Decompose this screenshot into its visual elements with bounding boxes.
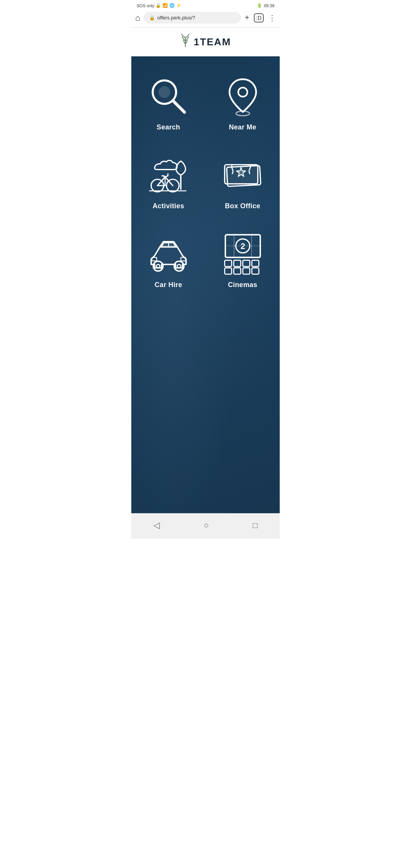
svg-point-3 xyxy=(238,88,247,97)
battery-icon: 🔋 xyxy=(257,3,262,8)
logo-icon xyxy=(180,34,191,50)
browser-home-button[interactable]: ⌂ xyxy=(135,13,140,23)
car-icon xyxy=(148,233,190,275)
bottom-nav: ◁ ○ □ xyxy=(131,513,280,539)
recent-apps-button[interactable]: □ xyxy=(245,518,265,533)
search-label: Search xyxy=(157,123,180,131)
usb-icon: ⚡ xyxy=(176,3,182,8)
ticket-star-icon xyxy=(222,154,264,196)
svg-point-2 xyxy=(158,86,170,98)
status-right: 🔋 09:38 xyxy=(257,3,274,8)
new-tab-button[interactable]: + xyxy=(245,13,249,22)
back-button[interactable]: ◁ xyxy=(146,518,167,533)
svg-rect-34 xyxy=(234,260,241,267)
bike-nature-icon xyxy=(148,154,190,196)
status-bar: SOS only 🔒 📶 🌐 ⚡ 🔋 09:38 xyxy=(131,0,280,10)
svg-point-24 xyxy=(177,265,180,268)
cinema-icon: 2 xyxy=(222,233,264,275)
box-office-label: Box Office xyxy=(225,202,260,210)
menu-item-activities[interactable]: Activities xyxy=(131,143,206,222)
url-bar[interactable]: 🔒 offers.perk.plus/? xyxy=(144,12,241,24)
location-pin-icon xyxy=(222,75,264,117)
svg-rect-38 xyxy=(234,268,241,274)
wifi-icon: 📶 xyxy=(162,3,168,8)
main-content: Search Near Me xyxy=(131,56,280,513)
url-lock-icon: 🔒 xyxy=(149,15,155,21)
svg-rect-39 xyxy=(243,268,250,274)
search-icon xyxy=(148,75,190,117)
menu-item-search[interactable]: Search xyxy=(131,64,206,143)
menu-item-box-office[interactable]: Box Office xyxy=(206,143,280,222)
svg-text:2: 2 xyxy=(240,241,245,251)
url-text: offers.perk.plus/? xyxy=(157,15,195,21)
site-header: 1TEAM xyxy=(131,28,280,56)
menu-item-car-hire[interactable]: Car Hire xyxy=(131,222,206,300)
svg-rect-35 xyxy=(243,260,250,267)
logo-text: 1TEAM xyxy=(194,36,231,48)
car-hire-label: Car Hire xyxy=(155,281,182,289)
status-left: SOS only 🔒 📶 🌐 ⚡ xyxy=(137,3,182,8)
home-button[interactable]: ○ xyxy=(196,518,216,533)
svg-rect-36 xyxy=(252,260,258,267)
svg-rect-40 xyxy=(252,268,258,274)
menu-item-cinemas[interactable]: 2 Cinemas xyxy=(206,222,280,300)
svg-line-1 xyxy=(174,101,185,112)
logo: 1TEAM xyxy=(180,34,231,50)
globe-icon: 🌐 xyxy=(169,3,175,8)
near-me-label: Near Me xyxy=(229,123,256,131)
menu-item-near-me[interactable]: Near Me xyxy=(206,64,280,143)
svg-rect-37 xyxy=(225,268,231,274)
sos-text: SOS only xyxy=(137,3,154,8)
clock: 09:38 xyxy=(264,3,274,8)
menu-grid: Search Near Me xyxy=(131,56,280,308)
svg-point-22 xyxy=(156,265,159,268)
activities-label: Activities xyxy=(153,202,184,210)
lock-status-icon: 🔒 xyxy=(156,3,161,8)
cinemas-label: Cinemas xyxy=(228,281,257,289)
browser-actions: + :D ⋮ xyxy=(245,13,276,22)
emoji-tab-button[interactable]: :D xyxy=(254,13,264,22)
more-menu-button[interactable]: ⋮ xyxy=(268,13,276,22)
svg-rect-33 xyxy=(225,260,231,267)
browser-bar: ⌂ 🔒 offers.perk.plus/? + :D ⋮ xyxy=(131,10,280,28)
